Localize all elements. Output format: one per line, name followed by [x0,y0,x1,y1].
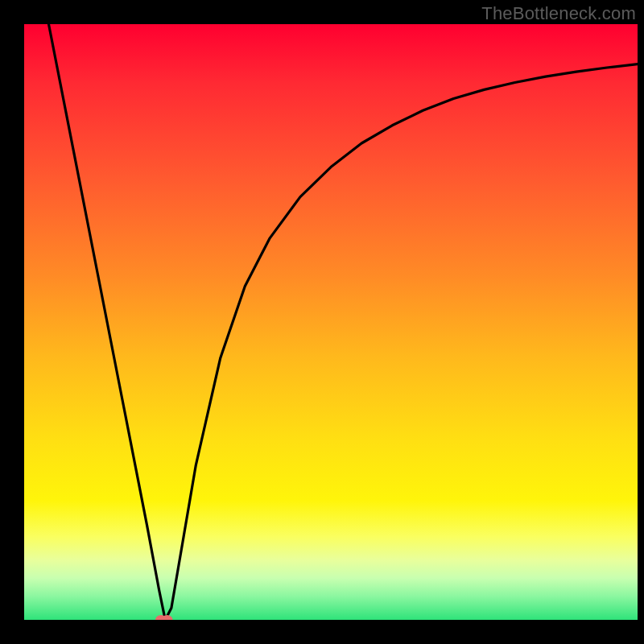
attribution-label: TheBottleneck.com [481,3,636,24]
plot-area [24,24,638,620]
curve-svg [24,24,638,620]
minimum-markers [155,615,173,620]
bottleneck-curve [48,24,638,620]
chart-frame: TheBottleneck.com [0,0,644,644]
